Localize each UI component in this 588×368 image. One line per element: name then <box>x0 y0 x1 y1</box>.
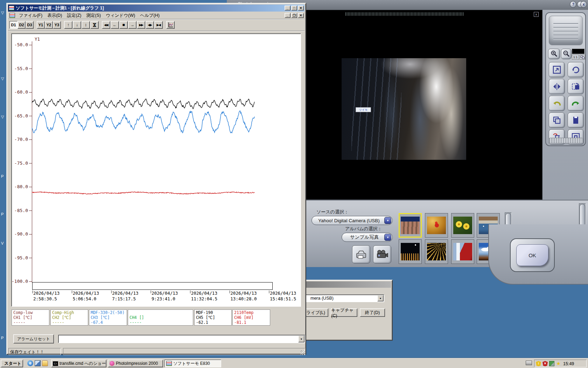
close-view-icon[interactable]: x <box>534 12 539 17</box>
svg-text:2026/04/13: 2026/04/13 <box>270 291 296 296</box>
show-desktop-icon[interactable] <box>35 360 41 366</box>
panel-grip-bottom[interactable] <box>549 138 583 143</box>
close-button[interactable]: x <box>580 1 587 8</box>
stop-button[interactable]: ■ <box>119 21 128 29</box>
maximize-button[interactable]: □ <box>291 6 297 11</box>
chevron-down-icon[interactable]: ▼ <box>384 234 391 241</box>
svg-text:-55.0: -55.0 <box>14 66 28 71</box>
ok-button[interactable]: OK <box>516 244 548 266</box>
fast-forward-button[interactable]: ▶▶ <box>137 21 145 29</box>
window-titlebar[interactable]: ソフトサーモ計測－計測1 - [折れ線グラフ 1] _ □ ✕ <box>8 5 304 12</box>
lighthouse-image <box>453 243 472 260</box>
svg-text:9:23:41.0: 9:23:41.0 <box>152 296 175 301</box>
flip-horizontal-button[interactable] <box>549 79 565 94</box>
resize-grip[interactable] <box>301 350 305 355</box>
step-forward-button[interactable]: → <box>128 21 136 29</box>
d3-button[interactable]: D3 <box>26 21 34 29</box>
d1-button[interactable]: D1 <box>9 21 18 29</box>
alarm-row: アラームリセット ▼ <box>11 333 301 346</box>
warning-shield-icon[interactable]: ! <box>536 361 541 366</box>
undo-button[interactable] <box>549 96 565 111</box>
svg-text:-75.0: -75.0 <box>14 161 28 166</box>
expand-vertical-button[interactable]: ↕ <box>82 21 90 29</box>
copy-button[interactable] <box>549 113 565 128</box>
taskbar-item-transfile[interactable]: C:\ transfile.cmd へのショート... <box>51 360 106 367</box>
drag-handle[interactable] <box>345 12 464 16</box>
capture-button[interactable]: キャプチャ(C) <box>331 308 357 317</box>
help-button[interactable]: ? <box>570 1 576 8</box>
source-select-dropdown[interactable]: Yahoo! Digital Camera (USB) ▼ <box>312 216 393 225</box>
menu-window[interactable]: ウィンドウ(W) <box>103 12 138 19</box>
svg-text:13:40:28.0: 13:40:28.0 <box>230 296 257 301</box>
rewind-button[interactable]: ◀◀ <box>102 21 110 29</box>
star-icon[interactable]: ★ <box>556 361 561 366</box>
alarm-combobox[interactable]: ▼ <box>58 335 305 343</box>
keyboard-icon[interactable] <box>526 361 532 365</box>
memory-card-icon[interactable] <box>549 361 554 366</box>
y3-button[interactable]: Y3 <box>53 21 61 29</box>
mdi-restore-button[interactable]: ❐ <box>291 13 297 18</box>
svg-text:-60.0: -60.0 <box>14 89 28 95</box>
zoom-out-button[interactable] <box>561 49 572 59</box>
compress-vertical-button[interactable]: ⋈ <box>90 21 99 29</box>
alarm-reset-button[interactable]: アラームリセット <box>13 334 54 343</box>
softthermo-window: ソフトサーモ計測－計測1 - [折れ線グラフ 1] _ □ ✕ ファイル(F) … <box>6 3 306 355</box>
thumbnail-rock-spires[interactable] <box>399 213 422 238</box>
album-select-dropdown[interactable]: サンプル写真 ▼ <box>342 233 393 242</box>
taskbar-item-softthermo[interactable]: ソフトサーモ E830 <box>164 360 221 367</box>
desktop: ▽ ▽ ▽ P P V P PhotoImpression ? - x x ツイ… <box>0 0 588 368</box>
svg-text:2026/04/13: 2026/04/13 <box>152 291 178 296</box>
graph-tool-button[interactable] <box>166 21 175 29</box>
legend-ch5: MDF-190CH5 [℃]-62.1 <box>194 309 232 326</box>
chevron-down-icon[interactable]: ▼ <box>298 335 304 342</box>
rock-spires-image <box>401 217 420 234</box>
thumbnail-lighthouse[interactable] <box>451 239 474 264</box>
internet-explorer-icon[interactable]: e <box>27 360 33 366</box>
status-message: 保存ウェイト！！ <box>8 348 61 355</box>
thumbnail-night-city[interactable] <box>399 239 422 264</box>
zoom-display <box>572 49 584 54</box>
zoom-in-button[interactable] <box>548 49 560 59</box>
thumbnail-ferris-wheel[interactable] <box>425 239 448 264</box>
scroll-up-button[interactable]: ↑ <box>64 21 72 29</box>
mdi-minimize-button[interactable]: _ <box>285 13 290 18</box>
error-shield-icon[interactable]: ✕ <box>542 361 548 366</box>
exit-button[interactable]: 終了(D) <box>360 308 385 317</box>
y2-button[interactable]: Y2 <box>45 21 53 29</box>
scanner-button[interactable] <box>352 245 370 264</box>
thumbnail-cardinal-bird[interactable] <box>425 213 448 238</box>
svg-text:-100.0: -100.0 <box>12 279 28 284</box>
paste-button[interactable] <box>568 113 584 128</box>
resize-button[interactable] <box>549 62 565 77</box>
taskbar-item-photoimpression[interactable]: PhotoImpression 2000 <box>108 360 163 367</box>
d2-button[interactable]: D2 <box>18 21 26 29</box>
menu-file[interactable]: ファイル(F) <box>16 12 45 19</box>
menu-help[interactable]: ヘルプ(H) <box>138 12 162 19</box>
menu-view[interactable]: 表示(D) <box>45 12 64 19</box>
close-button[interactable]: ✕ <box>298 6 304 11</box>
compress-horizontal-button[interactable]: ▶◀ <box>154 21 163 29</box>
cascade-windows-icon[interactable] <box>580 55 585 60</box>
minimize-button[interactable]: _ <box>285 6 290 11</box>
chevron-down-icon[interactable]: ▼ <box>377 295 384 301</box>
tool-panel: 1:1 <box>545 12 586 146</box>
step-back-button[interactable]: ← <box>111 21 119 29</box>
menu-setting[interactable]: 設定(Z) <box>65 12 84 19</box>
menu-measure[interactable]: 測定(S) <box>84 12 103 19</box>
folder-icon[interactable] <box>42 360 48 366</box>
start-button[interactable]: スタート <box>1 360 23 367</box>
crop-button[interactable] <box>568 79 584 94</box>
camera-source-combobox[interactable]: mera (USB) ▼ <box>293 294 384 302</box>
redo-button[interactable] <box>568 96 584 111</box>
live-button[interactable]: ライブ(L) <box>303 308 328 317</box>
cmd-icon: C:\ <box>53 361 58 366</box>
mdi-close-button[interactable]: ✕ <box>298 13 304 18</box>
chevron-down-icon[interactable]: ▼ <box>384 217 391 224</box>
panel-grip[interactable] <box>549 16 583 45</box>
y1-button[interactable]: Y1 <box>37 21 45 29</box>
thumbnail-yellow-flowers[interactable] <box>451 213 474 238</box>
rotate-button[interactable] <box>568 62 584 77</box>
expand-horizontal-button[interactable]: ◀▶ <box>146 21 154 29</box>
scroll-down-button[interactable]: ↓ <box>73 21 81 29</box>
camcorder-button[interactable] <box>373 245 391 264</box>
